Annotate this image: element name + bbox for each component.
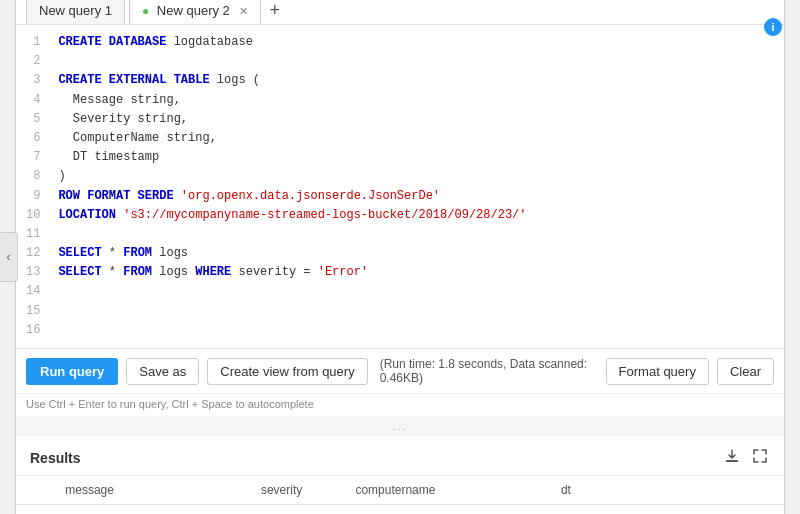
col-header-dt: dt — [547, 476, 784, 505]
col-header-rownum — [16, 476, 51, 505]
run-info: (Run time: 1.8 seconds, Data scanned: 0.… — [376, 357, 598, 385]
tab-new-query-2[interactable]: ● New query 2 ✕ — [129, 0, 261, 24]
results-icons — [722, 446, 770, 469]
cell-message: Problem message 2 — [51, 505, 247, 515]
cell-severity: Error — [247, 505, 341, 515]
results-panel: Results — [16, 436, 784, 514]
panel-divider[interactable]: ... — [16, 416, 784, 436]
create-view-button[interactable]: Create view from query — [207, 358, 367, 385]
line-numbers: 12345 678910 1112131415 16 — [16, 25, 48, 348]
sidebar-collapse-arrow[interactable]: ‹ — [0, 232, 18, 282]
cell-rownum: 1 — [16, 505, 51, 515]
table-header-row: message severity computername dt — [16, 476, 784, 505]
tab-label: New query 2 — [157, 3, 230, 18]
results-title: Results — [30, 450, 81, 466]
tab-new-query-1[interactable]: New query 1 — [26, 0, 125, 24]
tab-status-icon: ● — [142, 4, 149, 18]
expand-icon[interactable] — [750, 446, 770, 469]
results-header: Results — [16, 436, 784, 476]
table-row: 1 Problem message 2 Error EC2AMAZ-K7US1T… — [16, 505, 784, 515]
info-icon[interactable]: i — [764, 18, 782, 36]
clear-button[interactable]: Clear — [717, 358, 774, 385]
svg-rect-0 — [726, 460, 738, 462]
col-header-severity: severity — [247, 476, 341, 505]
results-table: message severity computername dt 1 Probl… — [16, 476, 784, 514]
code-editor[interactable]: CREATE DATABASE logdatabase CREATE EXTER… — [48, 25, 784, 348]
cell-computername: EC2AMAZ-K7US1TT — [341, 505, 546, 515]
download-icon[interactable] — [722, 446, 742, 469]
tab-label: New query 1 — [39, 3, 112, 18]
toolbar: Run query Save as Create view from query… — [16, 349, 784, 394]
format-query-button[interactable]: Format query — [606, 358, 709, 385]
col-header-computername: computername — [341, 476, 546, 505]
cell-dt: 2018-09-28 23:51:04.000 — [547, 505, 784, 515]
tab-close-icon[interactable]: ✕ — [239, 5, 248, 17]
col-header-message: message — [51, 476, 247, 505]
add-tab-button[interactable]: + — [265, 1, 284, 19]
editor-area: 12345 678910 1112131415 16 CREATE DATABA… — [16, 25, 784, 349]
run-query-button[interactable]: Run query — [26, 358, 118, 385]
tabs-bar: New query 1 ● New query 2 ✕ + — [16, 0, 784, 25]
save-as-button[interactable]: Save as — [126, 358, 199, 385]
keyboard-hint: Use Ctrl + Enter to run query, Ctrl + Sp… — [16, 394, 784, 416]
